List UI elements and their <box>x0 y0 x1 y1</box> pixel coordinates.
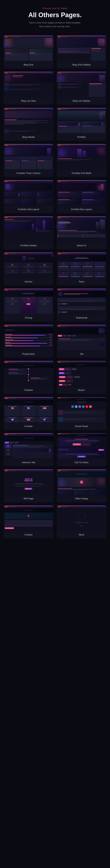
subtitle: Have a nice Inner pages include in doob … <box>4 21 106 28</box>
card-label-pricing: Pricing <box>24 315 33 321</box>
card-label-advance-tab: Advance Tab <box>21 459 37 466</box>
card-video-popup[interactable]: ▶ Video Popup <box>57 469 107 502</box>
card-label-blog-grid: Blog Grid <box>22 62 35 68</box>
card-blog-list-view[interactable]: Blog List View <box>4 72 53 105</box>
card-label-portfolio-full-width: Portfolio Full Width <box>70 170 93 177</box>
card-portfolio-grid-layout[interactable]: Portfolio Grid Layout <box>4 180 53 213</box>
card-label-blog-list-sidebar: Blog List Sidebar <box>71 98 92 105</box>
card-contact[interactable]: Send Message Contact <box>4 505 53 538</box>
card-label-service: Service <box>23 278 34 285</box>
card-service[interactable]: Service <box>4 252 53 285</box>
card-team[interactable]: Team <box>57 252 107 285</box>
card-blog-grid[interactable]: Blog Grid <box>4 36 53 68</box>
card-label-counter: Counter <box>23 423 34 430</box>
card-progressbar[interactable]: Progressbar <box>4 325 53 358</box>
card-label-portfolio: Portfolio <box>76 134 87 141</box>
eyebrow-text: Choose One Of Styles <box>4 7 106 10</box>
card-label-portfolio-grid-layout: Portfolio Grid Layout <box>16 206 41 213</box>
card-blog-grid-sidebar[interactable]: Blog Grid Sidebar <box>57 36 107 68</box>
card-label-blog-list-view: Blog List View <box>20 98 37 105</box>
card-label-404-page: 404 Page <box>22 495 35 502</box>
card-label-progressbar: Progressbar <box>21 351 36 358</box>
card-portfolio-three-column[interactable]: Portfolio Three Column <box>4 144 53 177</box>
card-portfolio-full-width[interactable]: Portfolio Full Width <box>57 144 107 177</box>
card-label-testimonial: Testimonial <box>74 315 89 321</box>
card-label-portfolio-box-layout: Portfolio Box Layout <box>70 206 94 213</box>
card-label-video-popup: Video Popup <box>74 495 89 502</box>
card-label-portfolio-details: Portfolio Details <box>19 242 38 249</box>
card-social-share[interactable]: f t 📷 in ▶ P f <box>57 397 107 430</box>
card-timeline[interactable]: Timeline <box>4 361 53 394</box>
card-label-timeline: Timeline <box>23 387 34 394</box>
card-more[interactable]: COMING SOON More <box>57 505 107 538</box>
card-label-blog-grid-sidebar: Blog Grid Sidebar <box>71 62 92 68</box>
card-blog-list-sidebar[interactable]: Blog List Sidebar <box>57 72 107 105</box>
card-portfolio-details[interactable]: Portfolio Details <box>4 216 53 249</box>
card-label-more: More <box>77 531 86 538</box>
card-404-page[interactable]: 404 Go Home 404 Page <box>4 469 53 502</box>
card-label-button: Button <box>77 387 86 394</box>
card-about-us[interactable]: About Us <box>57 216 107 249</box>
card-label-blog-details: Blog Details <box>21 134 36 141</box>
card-tab[interactable]: Tab 1 Tab 2 Tab 3 Tab 4 Tab <box>57 325 107 358</box>
card-label-social-share: Social Share <box>74 423 89 430</box>
card-portfolio-box-layout[interactable]: Portfolio Box Layout <box>57 180 107 213</box>
card-label-contact: Contact <box>23 531 34 538</box>
card-testimonial[interactable]: " " <box>57 289 107 321</box>
card-label-team: Team <box>77 278 86 285</box>
card-advance-tab[interactable]: Tab 1 Tab 2 Tab 3 <box>4 433 53 466</box>
card-portfolio[interactable]: Portfolio <box>57 108 107 141</box>
card-pricing[interactable]: $29 Button $59 Button <box>4 289 53 321</box>
card-call-to-action[interactable]: Get Started Learn More Button <box>57 433 107 466</box>
page-title: All Others Pages. <box>4 11 106 19</box>
card-label-about-us: About Us <box>75 242 88 249</box>
card-blog-details[interactable]: Blog Details <box>4 108 53 141</box>
card-label-portfolio-three-column: Portfolio Three Column <box>15 170 42 177</box>
card-label-call-to-action: Call To Action <box>73 459 90 466</box>
card-counter[interactable]: 29 55 100 <box>4 397 53 430</box>
cards-grid: Blog Grid <box>0 34 110 546</box>
header: Choose One Of Styles All Others Pages. H… <box>0 0 110 34</box>
card-button[interactable]: Button Button Button Button Button Round… <box>57 361 107 394</box>
card-label-tab: Tab <box>78 351 85 358</box>
